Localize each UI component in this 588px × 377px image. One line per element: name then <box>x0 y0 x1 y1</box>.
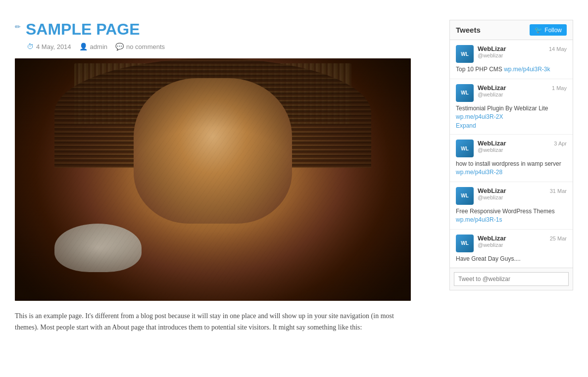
tweet-date: 31 Mar <box>550 188 567 194</box>
tweet-info: WebLizar 31 Mar @weblizar <box>478 187 567 200</box>
tweet-text: Top 10 PHP CMS wp.me/p4ui3R-3k <box>456 65 567 74</box>
tweet-text: Testimonial Plugin By Weblizar Lite wp.m… <box>456 104 567 121</box>
post-date: 4 May, 2014 <box>36 43 71 50</box>
tweet-handle: @weblizar <box>478 52 567 58</box>
portrait-overlay <box>15 58 411 301</box>
content-area: ✏ SAMPLE PAGE ⏱ 4 May, 2014 👤 admin 💬 no… <box>0 0 588 348</box>
tweet-text: how to install wordpress in wamp server … <box>456 160 567 177</box>
post-author: admin <box>90 43 107 50</box>
tweet-name-row: WebLizar 25 Mar <box>478 235 567 242</box>
avatar: WL <box>456 45 474 63</box>
tweet-name: WebLizar <box>478 84 506 92</box>
tweet-item: WL WebLizar 3 Apr @weblizar how to insta… <box>450 135 573 182</box>
tweet-info: WebLizar 25 Mar @weblizar <box>478 235 567 248</box>
tweet-link[interactable]: wp.me/p4ui3R-3k <box>504 66 550 73</box>
tweet-text: Have Great Day Guys.... <box>456 255 567 263</box>
post-comments: no comments <box>126 43 165 50</box>
tweet-top: WL WebLizar 31 Mar @weblizar <box>456 187 567 205</box>
author-icon: 👤 <box>79 43 88 50</box>
follow-label: Follow <box>544 27 562 34</box>
main-content: ✏ SAMPLE PAGE ⏱ 4 May, 2014 👤 admin 💬 no… <box>15 20 435 333</box>
tweet-item: WL WebLizar 14 May @weblizar Top 10 PHP … <box>450 40 573 79</box>
tweets-widget: Tweets 🐦 Follow WL WebLiza <box>449 20 573 290</box>
tweet-date: 14 May <box>549 46 567 52</box>
post-body-text: This is an example page. It's different … <box>15 311 411 333</box>
tweet-date: 25 Mar <box>550 236 567 241</box>
tweets-list: WL WebLizar 14 May @weblizar Top 10 PHP … <box>450 40 573 268</box>
post-comments-meta: 💬 no comments <box>115 43 165 50</box>
edit-icon[interactable]: ✏ <box>15 23 21 31</box>
tweet-name-row: WebLizar 1 May <box>478 84 567 92</box>
tweet-top: WL WebLizar 25 Mar @weblizar <box>456 235 567 252</box>
tweet-name-row: WebLizar 14 May <box>478 45 567 52</box>
tweet-name: WebLizar <box>478 140 506 147</box>
post-meta: ⏱ 4 May, 2014 👤 admin 💬 no comments <box>27 43 435 50</box>
clock-icon: ⏱ <box>27 43 34 50</box>
tweet-link[interactable]: wp.me/p4ui3R-28 <box>456 169 502 176</box>
tweet-expand-link[interactable]: Expand <box>456 122 567 129</box>
tweets-header: Tweets 🐦 Follow <box>450 20 573 40</box>
tweet-text: Free Responsive WordPress Themes wp.me/p… <box>456 207 567 224</box>
tweet-item: WL WebLizar 1 May @weblizar Testimonial … <box>450 79 573 135</box>
tweet-handle: @weblizar <box>478 242 567 248</box>
tweet-info: WebLizar 14 May @weblizar <box>478 45 567 58</box>
twitter-bird-icon: 🐦 <box>535 26 542 34</box>
tweet-date: 3 Apr <box>554 141 567 146</box>
comment-icon: 💬 <box>115 43 124 50</box>
featured-image-inner <box>15 58 411 301</box>
sidebar: Tweets 🐦 Follow WL WebLiza <box>449 20 573 333</box>
tweet-input[interactable] <box>454 272 569 286</box>
follow-button[interactable]: 🐦 Follow <box>530 24 567 36</box>
tweet-link[interactable]: wp.me/p4ui3R-2X <box>456 113 503 120</box>
post-content: This is an example page. It's different … <box>15 311 411 333</box>
avatar: WL <box>456 84 474 102</box>
tweet-link[interactable]: wp.me/p4ui3R-1s <box>456 216 502 223</box>
avatar: WL <box>456 187 474 205</box>
page-wrapper: ✏ SAMPLE PAGE ⏱ 4 May, 2014 👤 admin 💬 no… <box>0 0 588 377</box>
tweet-info: WebLizar 1 May @weblizar <box>478 84 567 97</box>
tweet-name-row: WebLizar 3 Apr <box>478 140 567 147</box>
featured-image <box>15 58 411 301</box>
post-header: ✏ SAMPLE PAGE <box>15 20 435 39</box>
tweet-input-area <box>450 268 573 290</box>
tweet-item: WL WebLizar 25 Mar @weblizar Have Great … <box>450 230 573 268</box>
tweet-handle: @weblizar <box>478 92 567 97</box>
tweet-item: WL WebLizar 31 Mar @weblizar Free Respon… <box>450 182 573 230</box>
tweet-date: 1 May <box>552 85 567 91</box>
tweet-name: WebLizar <box>478 235 506 242</box>
tweet-info: WebLizar 3 Apr @weblizar <box>478 140 567 153</box>
tweet-top: WL WebLizar 14 May @weblizar <box>456 45 567 63</box>
post-date-meta: ⏱ 4 May, 2014 <box>27 43 71 50</box>
tweet-handle: @weblizar <box>478 147 567 153</box>
tweet-top: WL WebLizar 1 May @weblizar <box>456 84 567 102</box>
avatar: WL <box>456 235 474 252</box>
tweet-handle: @weblizar <box>478 194 567 200</box>
tweet-name-row: WebLizar 31 Mar <box>478 187 567 194</box>
tweet-top: WL WebLizar 3 Apr @weblizar <box>456 140 567 157</box>
tweet-name: WebLizar <box>478 187 506 194</box>
post-author-meta: 👤 admin <box>79 43 107 50</box>
post-title[interactable]: SAMPLE PAGE <box>26 20 140 39</box>
avatar: WL <box>456 140 474 157</box>
tweets-widget-title: Tweets <box>456 26 481 34</box>
tweet-name: WebLizar <box>478 45 506 52</box>
